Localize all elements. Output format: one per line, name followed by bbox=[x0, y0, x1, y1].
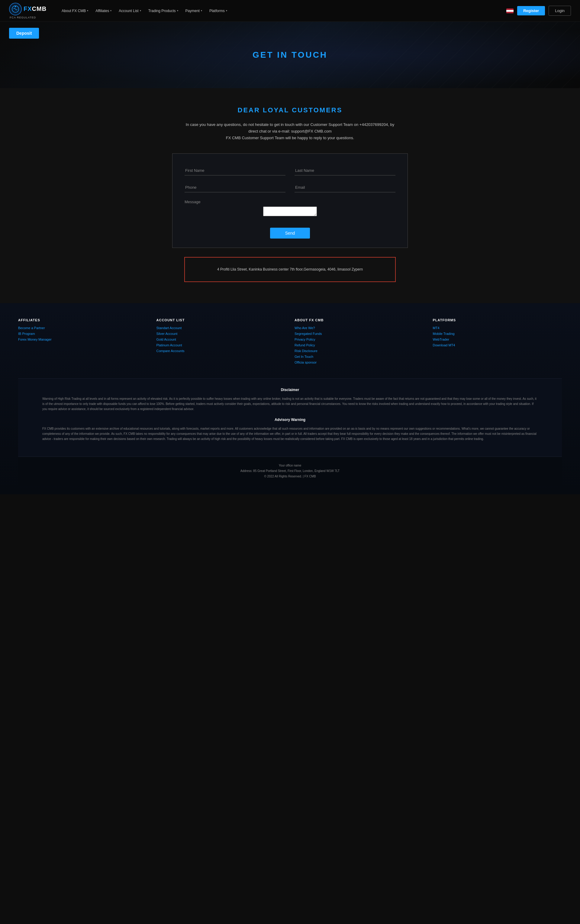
nav-trading-products[interactable]: Trading Products ▾ bbox=[145, 7, 181, 15]
site-header: FXCMB FCA REGULATED About FX CMB ▾ Affil… bbox=[0, 0, 580, 22]
address-box-wrapper: 4 Profiti Llia Street, Kaninka Business … bbox=[172, 257, 408, 291]
footer-link-standard-account[interactable]: Standart Account bbox=[157, 326, 286, 330]
message-textarea[interactable] bbox=[263, 207, 317, 216]
nav-affiliates[interactable]: Affiliates ▾ bbox=[92, 7, 114, 15]
footer-heading-affiliates: AFFILIATES bbox=[18, 318, 147, 322]
footer-link-risk-disclosure[interactable]: Risk Disclosure bbox=[295, 349, 424, 353]
chevron-icon: ▾ bbox=[87, 9, 88, 12]
disclaimer-text: Warning of High Risk Trading at all leve… bbox=[42, 396, 538, 411]
copyright: © 2022 All Rights Reserved. | FX CMB bbox=[24, 474, 556, 479]
main-nav: About FX CMB ▾ Affiliates ▾ Account List… bbox=[59, 7, 506, 15]
contact-row bbox=[185, 182, 395, 192]
footer-link-refund-policy[interactable]: Refund Policy bbox=[295, 343, 424, 347]
hero-title: GET IN TOUCH bbox=[252, 50, 328, 60]
footer-link-mt4[interactable]: MT4 bbox=[433, 326, 562, 330]
main-content: DEAR LOYAL CUSTOMERS In case you have an… bbox=[0, 88, 580, 303]
phone-field bbox=[185, 182, 285, 192]
footer-link-silver-account[interactable]: Silver Account bbox=[157, 332, 286, 335]
contact-form-wrapper: Message Send bbox=[172, 153, 408, 248]
footer-link-platinum-account[interactable]: Platinum Account bbox=[157, 343, 286, 347]
logo-text: FXCMB bbox=[23, 5, 46, 12]
footer-link-officia-sponsor[interactable]: Officia sponsor bbox=[295, 360, 424, 364]
advisory-title: Advisory Warning bbox=[42, 418, 538, 422]
footer-heading-platforms: PLATFORMS bbox=[433, 318, 562, 322]
footer-grid: AFFILIATES Become a Partner IB Program F… bbox=[18, 318, 562, 366]
contact-description: In case you have any questions, do not h… bbox=[184, 122, 396, 141]
nav-payment[interactable]: Payment ▾ bbox=[183, 7, 205, 15]
chevron-icon: ▾ bbox=[201, 9, 202, 12]
hero-section: Deposit GET IN TOUCH bbox=[0, 22, 580, 88]
chevron-icon: ▾ bbox=[226, 9, 227, 12]
footer-link-ib-program[interactable]: IB Program bbox=[18, 332, 147, 335]
email-input[interactable] bbox=[295, 182, 395, 192]
footer-col-affiliates: AFFILIATES Become a Partner IB Program F… bbox=[18, 318, 147, 366]
footer-link-compare-accounts[interactable]: Compare Accounts bbox=[157, 349, 286, 353]
footer-heading-about: ABOUT FX CMB bbox=[295, 318, 424, 322]
nav-account-list[interactable]: Account List ▾ bbox=[116, 7, 144, 15]
advisory-text: FX CMB provides its customers with an ex… bbox=[42, 426, 538, 441]
email-field bbox=[295, 182, 395, 192]
language-flag[interactable] bbox=[506, 8, 514, 13]
footer-col-about: ABOUT FX CMB Who Are We? Segregated Fund… bbox=[295, 318, 424, 366]
logo-circle bbox=[9, 3, 22, 15]
last-name-field bbox=[295, 166, 395, 176]
site-footer: AFFILIATES Become a Partner IB Program F… bbox=[0, 303, 580, 494]
footer-link-forex-money[interactable]: Forex Money Manager bbox=[18, 338, 147, 341]
send-button[interactable]: Send bbox=[270, 228, 310, 238]
last-name-input[interactable] bbox=[295, 166, 395, 176]
footer-col-account-list: ACCOUNT LIST Standart Account Silver Acc… bbox=[157, 318, 286, 366]
header-right: Register Login bbox=[506, 6, 571, 16]
address-box: 4 Profiti Llia Street, Kaninka Business … bbox=[184, 257, 396, 282]
message-label: Message bbox=[185, 200, 395, 204]
section-title: DEAR LOYAL CUSTOMERS bbox=[6, 106, 574, 114]
footer-link-webtrader[interactable]: WebTrader bbox=[433, 338, 562, 341]
chevron-icon: ▾ bbox=[110, 9, 112, 12]
deposit-button[interactable]: Deposit bbox=[9, 28, 39, 39]
message-field: Message bbox=[185, 200, 395, 217]
footer-col-platforms: PLATFORMS MT4 Mobile Trading WebTrader D… bbox=[433, 318, 562, 366]
disclaimer-title: Disclaimer bbox=[42, 388, 538, 392]
office-address: Address: 85 Great Portland Street, First… bbox=[24, 469, 556, 474]
disclaimer-section: Disclaimer Warning of High Risk Trading … bbox=[18, 378, 562, 457]
footer-link-download-mt4[interactable]: Download MT4 bbox=[433, 343, 562, 347]
chevron-icon: ▾ bbox=[140, 9, 141, 12]
address-text: 4 Profiti Llia Street, Kaninka Business … bbox=[191, 266, 389, 272]
footer-link-segregated-funds[interactable]: Segregated Funds bbox=[295, 332, 424, 335]
register-button[interactable]: Register bbox=[517, 6, 545, 15]
footer-bottom: Your office name Address: 85 Great Portl… bbox=[18, 457, 562, 485]
footer-link-become-partner[interactable]: Become a Partner bbox=[18, 326, 147, 330]
first-name-input[interactable] bbox=[185, 166, 285, 176]
footer-link-get-in-touch[interactable]: Get In Touch bbox=[295, 355, 424, 358]
footer-link-gold-account[interactable]: Gold Account bbox=[157, 338, 286, 341]
phone-input[interactable] bbox=[185, 182, 285, 192]
footer-link-mobile-trading[interactable]: Mobile Trading bbox=[433, 332, 562, 335]
footer-link-privacy-policy[interactable]: Privacy Policy bbox=[295, 338, 424, 341]
footer-heading-account-list: ACCOUNT LIST bbox=[157, 318, 286, 322]
first-name-field bbox=[185, 166, 285, 176]
logo[interactable]: FXCMB bbox=[9, 3, 46, 15]
chevron-icon: ▾ bbox=[177, 9, 178, 12]
nav-about[interactable]: About FX CMB ▾ bbox=[59, 7, 91, 15]
footer-link-who-are-we[interactable]: Who Are We? bbox=[295, 326, 424, 330]
office-name: Your office name bbox=[24, 463, 556, 469]
nav-platforms[interactable]: Platforms ▾ bbox=[206, 7, 230, 15]
fca-regulated-label: FCA REGULATED bbox=[10, 16, 36, 19]
logo-area[interactable]: FXCMB FCA REGULATED bbox=[9, 3, 46, 19]
name-row bbox=[185, 166, 395, 176]
svg-point-1 bbox=[15, 6, 16, 7]
login-button[interactable]: Login bbox=[549, 6, 571, 16]
